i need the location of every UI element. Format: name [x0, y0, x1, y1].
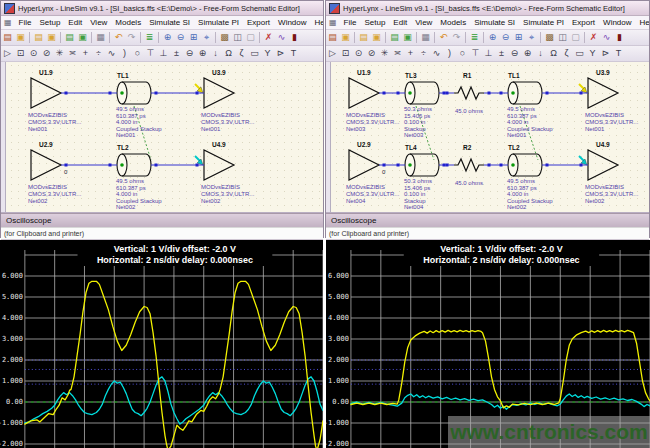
zoom-out-icon[interactable]: ⊖ [174, 30, 187, 45]
arrow-part-icon[interactable]: ↓ [534, 46, 547, 61]
y-part-icon[interactable]: Y [261, 46, 274, 61]
add-node-icon[interactable]: + [79, 46, 92, 61]
cap-part-icon[interactable]: ⊖ [183, 46, 196, 61]
menu-setup[interactable]: Setup [35, 18, 64, 27]
resistor-part-icon[interactable]: Ω [222, 46, 235, 61]
pad-pair-icon[interactable]: ≍ [391, 46, 404, 61]
source-part-icon[interactable]: ⊕ [521, 46, 534, 61]
run-sim-icon[interactable]: ▷ [1, 46, 14, 61]
zoom-area-icon[interactable]: ⊞ [512, 30, 525, 45]
split-node-icon[interactable]: ÷ [92, 46, 105, 61]
menu-models[interactable]: Models [436, 18, 470, 27]
oscilloscope-titlebar[interactable]: Oscilloscope [326, 213, 649, 227]
menu-edit[interactable]: Edit [389, 18, 411, 27]
term-top-icon[interactable]: ⊤ [144, 46, 157, 61]
pin-part-icon[interactable]: ⊘ [365, 46, 378, 61]
board-view-icon[interactable]: ▩ [218, 30, 231, 45]
stackup-editor-icon[interactable]: ≣ [468, 30, 481, 45]
menu-models[interactable]: Models [111, 18, 145, 27]
junction-star-icon[interactable]: ✳ [53, 46, 66, 61]
pad-pair-icon[interactable]: ≍ [66, 46, 79, 61]
menu-export[interactable]: Export [243, 18, 274, 27]
ic-part-icon[interactable]: ⊡ [339, 46, 352, 61]
arrow-part-icon[interactable]: ↓ [209, 46, 222, 61]
ground-part-icon[interactable]: ⊥ [157, 46, 170, 61]
netlist-icon[interactable]: ◫ [556, 30, 569, 45]
netlist-icon[interactable]: ◫ [231, 30, 244, 45]
add-node-icon[interactable]: + [404, 46, 417, 61]
probe-icon[interactable]: ✗ [587, 30, 600, 45]
menu-file[interactable]: File [340, 18, 361, 27]
source-part-icon[interactable]: ⊕ [196, 46, 209, 61]
tline-part-icon[interactable]: ∿ [430, 46, 443, 61]
coil-part-icon[interactable]: ζ [560, 46, 573, 61]
cap-part-icon[interactable]: ⊖ [508, 46, 521, 61]
via-part-icon[interactable]: ⊙ [352, 46, 365, 61]
menu-window[interactable]: Window [274, 18, 310, 27]
menu-help[interactable]: Help [311, 18, 323, 27]
zoom-area-icon[interactable]: ⊞ [187, 30, 200, 45]
redo-icon[interactable]: ↷ [125, 30, 138, 45]
via-part-icon[interactable]: ⊙ [27, 46, 40, 61]
zoom-in-icon[interactable]: ⊕ [486, 30, 499, 45]
schematic-canvas[interactable]: U1.9MODvsEZIBISCMOS,3.3V,ULTR...Net001TL… [1, 62, 323, 213]
open-file-icon[interactable]: ▣ [339, 30, 352, 45]
save-all-icon[interactable]: ▣ [45, 30, 58, 45]
resistor-part-icon[interactable]: Ω [547, 46, 560, 61]
pan-icon[interactable]: ⌖ [200, 30, 213, 45]
undo-icon[interactable]: ↶ [437, 30, 450, 45]
print-icon[interactable]: ▦ [94, 30, 107, 45]
waveform-viewer-icon[interactable]: ∿ [275, 30, 288, 45]
new-sheet-icon[interactable]: ▢ [569, 30, 582, 45]
probe-icon[interactable]: ✗ [262, 30, 275, 45]
new-file-icon[interactable]: ▤ [1, 30, 14, 45]
save-file-icon[interactable]: ▤ [357, 30, 370, 45]
menu-simulate-pi[interactable]: Simulate PI [194, 18, 243, 27]
window-titlebar[interactable]: HyperLynx - LineSim v9.1 - [SI_basics.ff… [326, 1, 649, 16]
open-demo-icon[interactable]: ▣ [76, 30, 89, 45]
menu-export[interactable]: Export [568, 18, 599, 27]
zoom-in-icon[interactable]: ⊕ [161, 30, 174, 45]
terminator-wizard-icon[interactable]: ▮ [288, 30, 301, 45]
menu-simulate-pi[interactable]: Simulate PI [519, 18, 568, 27]
save-all-icon[interactable]: ▣ [370, 30, 383, 45]
junction-star-icon[interactable]: ✳ [378, 46, 391, 61]
tline-part-icon[interactable]: ∿ [105, 46, 118, 61]
pan-icon[interactable]: ⌖ [525, 30, 538, 45]
stackup-editor-icon[interactable]: ≣ [143, 30, 156, 45]
pm-part-icon[interactable]: ± [495, 46, 508, 61]
board-view-icon[interactable]: ▩ [543, 30, 556, 45]
export-doc-icon[interactable]: ▤ [63, 30, 76, 45]
box-part-icon[interactable]: ▭ [248, 46, 261, 61]
term-top-icon[interactable]: ⊤ [469, 46, 482, 61]
schematic-canvas[interactable]: U1.9MODvsEZIBISCMOS,3.3V,ULTR...Net003TL… [326, 62, 649, 213]
pin-part-icon[interactable]: ⊘ [40, 46, 53, 61]
save-file-icon[interactable]: ▤ [32, 30, 45, 45]
pm-part-icon[interactable]: ± [170, 46, 183, 61]
new-file-icon[interactable]: ▤ [326, 30, 339, 45]
text-tool-icon[interactable]: T [612, 46, 625, 61]
box-part-icon[interactable]: ▭ [573, 46, 586, 61]
bracket-part-icon[interactable]: ) [443, 46, 456, 61]
y-part-icon[interactable]: Y [586, 46, 599, 61]
split-node-icon[interactable]: ÷ [417, 46, 430, 61]
open-file-icon[interactable]: ▣ [14, 30, 27, 45]
oscilloscope-titlebar[interactable]: Oscilloscope [1, 213, 323, 227]
ring-part-icon[interactable]: ○ [456, 46, 469, 61]
open-demo-icon[interactable]: ▣ [401, 30, 414, 45]
menu-file[interactable]: File [15, 18, 36, 27]
run-sim-icon[interactable]: ▷ [326, 46, 339, 61]
coil-part-icon[interactable]: ζ [235, 46, 248, 61]
menu-view[interactable]: View [411, 18, 436, 27]
bracket-part-icon[interactable]: ) [118, 46, 131, 61]
menu-setup[interactable]: Setup [360, 18, 389, 27]
menu-view[interactable]: View [86, 18, 111, 27]
menu-edit[interactable]: Edit [64, 18, 86, 27]
menu-help[interactable]: Help [636, 18, 649, 27]
text-tool-icon[interactable]: T [287, 46, 300, 61]
new-sheet-icon[interactable]: ▢ [244, 30, 257, 45]
undo-icon[interactable]: ↶ [112, 30, 125, 45]
menu-simulate-si[interactable]: Simulate SI [145, 18, 194, 27]
zoom-out-icon[interactable]: ⊖ [499, 30, 512, 45]
ring-part-icon[interactable]: ○ [131, 46, 144, 61]
